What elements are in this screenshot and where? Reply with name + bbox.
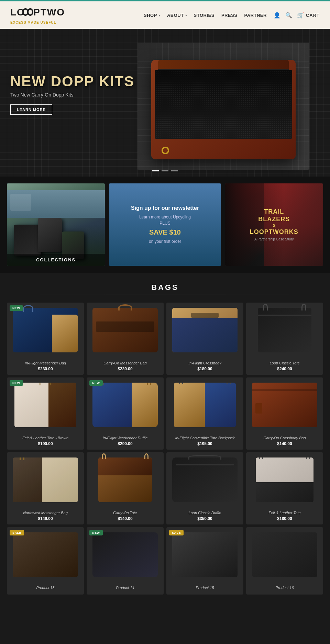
logo-subtitle: EXCESS MADE USEFUL xyxy=(10,21,65,24)
product-info-3: In-Flight Crossbody $180.00 xyxy=(166,358,243,375)
product-card-4[interactable]: Loop Classic Tote $240.00 xyxy=(246,303,323,375)
shop-chevron: ▾ xyxy=(158,13,160,17)
promo-collections[interactable]: COLLECTIONS xyxy=(7,183,105,266)
badge-new-5: NEW xyxy=(10,380,23,386)
product-name-15: Product 15 xyxy=(170,586,240,590)
logo[interactable]: LO PTWORKS EXCESS MADE USEFUL xyxy=(10,6,65,24)
hero-content: NEW DOPP KITS Two New Carry-On Dopp Kits… xyxy=(10,74,134,115)
product-card-9[interactable]: Northwest Messenger Bag $149.00 xyxy=(7,452,84,524)
product-image-4 xyxy=(246,303,323,358)
product-info-10: Carry-On Tote $140.00 xyxy=(87,507,164,524)
product-info-7: In-Flight Convertible Tote Backpack $195… xyxy=(166,432,243,450)
product-image-3 xyxy=(166,303,243,358)
product-image-12 xyxy=(246,452,323,507)
about-chevron: ▾ xyxy=(185,13,187,17)
partner-x: X xyxy=(250,223,299,228)
product-card-12[interactable]: Felt & Leather Tote $180.00 xyxy=(246,452,323,524)
product-price-12: $180.00 xyxy=(250,516,320,521)
carousel-dot-3[interactable] xyxy=(171,170,178,171)
cart-icon: 🛒 xyxy=(297,12,304,19)
product-image-16 xyxy=(246,527,323,582)
bags-section-title: BAGS xyxy=(7,283,323,292)
product-info-14: Product 14 xyxy=(87,582,164,595)
product-price-5: $190.00 xyxy=(10,441,80,446)
product-name-10: Carry-On Tote xyxy=(90,511,160,515)
product-info-12: Felt & Leather Tote $180.00 xyxy=(246,507,323,524)
product-card-3[interactable]: In-Flight Crossbody $180.00 xyxy=(166,303,243,375)
carousel-dot-1[interactable] xyxy=(152,170,159,171)
product-name-1: In-Flight Messenger Bag xyxy=(10,361,80,365)
product-card-16[interactable]: Product 16 xyxy=(246,527,323,595)
nav-shop[interactable]: SHOP xyxy=(144,13,157,18)
product-name-7: In-Flight Convertible Tote Backpack xyxy=(170,436,240,440)
product-name-8: Carry-On Crossbody Bag xyxy=(250,436,320,440)
product-card-1[interactable]: NEW In-Flight Messenger Bag $230.00 xyxy=(7,303,84,375)
hero-learn-more-button[interactable]: LEARN MORE xyxy=(10,104,52,115)
partner-trail-blazers: TRAIL BLAZERS xyxy=(258,208,290,223)
product-info-9: Northwest Messenger Bag $149.00 xyxy=(7,507,84,524)
product-image-14 xyxy=(87,527,164,582)
nav-stories[interactable]: STORIES xyxy=(194,13,214,18)
product-image-5 xyxy=(7,377,84,432)
hero-carousel-dots xyxy=(152,170,178,171)
product-name-9: Northwest Messenger Bag xyxy=(10,511,80,515)
promo-newsletter[interactable]: Sign up for our newsletter Learn more ab… xyxy=(109,183,221,266)
search-icon[interactable]: 🔍 xyxy=(285,12,292,19)
logo-svg: LO PTWORKS xyxy=(10,6,65,18)
product-card-8[interactable]: Carry-On Crossbody Bag $140.00 xyxy=(246,377,323,450)
product-card-6[interactable]: NEW In-Flight Weekender Duffle $290.00 xyxy=(87,377,164,450)
product-price-6: $290.00 xyxy=(90,441,160,446)
product-name-4: Loop Classic Tote xyxy=(250,361,320,365)
nav-about[interactable]: ABOUT xyxy=(167,13,184,18)
badge-sale-13: SALE xyxy=(10,530,24,535)
product-info-13: Product 13 xyxy=(7,582,84,595)
badge-new-1: NEW xyxy=(10,305,23,311)
partner-subtitle: A Partnership Case Study xyxy=(250,237,299,241)
site-header: LO PTWORKS EXCESS MADE USEFUL SHOP ▾ ABO… xyxy=(0,1,330,29)
product-image-9 xyxy=(7,452,84,507)
product-name-11: Loop Classic Duffle xyxy=(170,511,240,515)
product-card-5[interactable]: NEW Felt & Leather Tote - Brown $190.00 xyxy=(7,377,84,450)
badge-new-14: NEW xyxy=(89,530,103,535)
product-info-16: Product 16 xyxy=(246,582,323,595)
product-name-16: Product 16 xyxy=(250,586,320,590)
product-image-13 xyxy=(7,527,84,582)
hero-product-image xyxy=(138,43,309,170)
product-card-7[interactable]: In-Flight Convertible Tote Backpack $195… xyxy=(166,377,243,450)
bags-section: BAGS NEW In-Flight Messenger Bag $230.00 xyxy=(0,273,330,605)
product-price-1: $230.00 xyxy=(10,366,80,371)
product-card-11[interactable]: Loop Classic Duffle $350.00 xyxy=(166,452,243,524)
cart-label: CART xyxy=(306,13,320,18)
product-image-10 xyxy=(87,452,164,507)
product-name-5: Felt & Leather Tote - Brown xyxy=(10,436,80,440)
partner-content: TRAIL BLAZERS X LOOPTWORKS A Partnership… xyxy=(250,208,299,241)
hero-subtitle: Two New Carry-On Dopp Kits xyxy=(10,92,134,98)
newsletter-save: SAVE $10 xyxy=(131,228,199,236)
user-icon[interactable]: 👤 xyxy=(274,12,280,19)
product-card-13[interactable]: SALE Product 13 xyxy=(7,527,84,595)
promo-partner[interactable]: TRAIL BLAZERS X LOOPTWORKS A Partnership… xyxy=(225,183,323,266)
product-image-11 xyxy=(166,452,243,507)
products-grid: NEW In-Flight Messenger Bag $230.00 xyxy=(7,303,323,595)
product-card-15[interactable]: SALE Product 15 xyxy=(166,527,243,595)
product-price-2: $230.00 xyxy=(90,366,160,371)
product-card-14[interactable]: NEW Product 14 xyxy=(87,527,164,595)
partner-title-1: TRAIL BLAZERS xyxy=(250,208,299,223)
product-card-2[interactable]: Carry-On Messenger Bag $230.00 xyxy=(87,303,164,375)
product-name-2: Carry-On Messenger Bag xyxy=(90,361,160,365)
nav-press[interactable]: PRESS xyxy=(221,13,238,18)
product-info-8: Carry-On Crossbody Bag $140.00 xyxy=(246,432,323,450)
product-price-11: $350.00 xyxy=(170,516,240,521)
logo-text: LO PTWORKS xyxy=(10,6,65,21)
newsletter-plus: PLUS xyxy=(131,220,199,226)
product-name-6: In-Flight Weekender Duffle xyxy=(90,436,160,440)
partner-brand: LOOPTWORKS xyxy=(250,228,299,236)
cart-button[interactable]: 🛒 CART xyxy=(297,12,320,19)
main-nav: SHOP ▾ ABOUT ▾ STORIES PRESS PARTNER 👤 🔍… xyxy=(144,12,320,19)
product-info-15: Product 15 xyxy=(166,582,243,595)
promo-row: COLLECTIONS Sign up for our newsletter L… xyxy=(0,177,330,273)
carousel-dot-2[interactable] xyxy=(162,170,168,171)
product-card-10[interactable]: Carry-On Tote $140.00 xyxy=(87,452,164,524)
nav-partner[interactable]: PARTNER xyxy=(244,13,267,18)
svg-text:PTWORKS: PTWORKS xyxy=(33,7,65,18)
